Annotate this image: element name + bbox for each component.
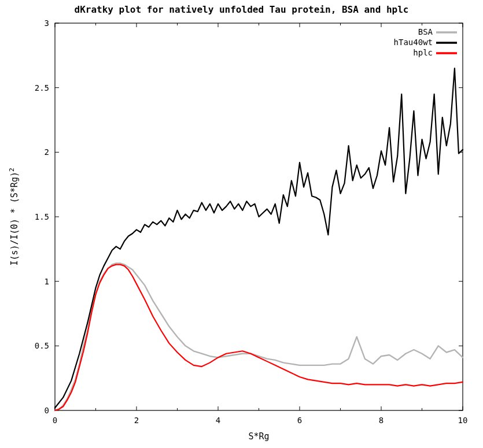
kratky-chart: dKratky plot for natively unfolded Tau p… — [0, 0, 483, 448]
x-tick-label: 4 — [216, 416, 220, 425]
legend-label: hplc — [413, 48, 433, 57]
chart-title: dKratky plot for natively unfolded Tau p… — [75, 4, 409, 15]
x-tick-label: 8 — [379, 416, 384, 425]
y-axis-label: I(s)/I(0) * (S*Rg)2 — [8, 168, 20, 265]
y-tick-label: 3 — [45, 18, 49, 28]
chart-canvas: dKratky plot for natively unfolded Tau p… — [0, 0, 483, 448]
y-tick-label: 0 — [45, 406, 49, 415]
x-tick-label: 6 — [297, 416, 302, 425]
y-tick-label: 0.5 — [35, 341, 49, 350]
x-tick-label: 2 — [134, 416, 139, 425]
legend-label: hTau40wt — [394, 38, 433, 47]
y-tick-label: 2 — [45, 147, 49, 157]
x-tick-label: 10 — [458, 416, 468, 425]
legend-label: BSA — [418, 27, 433, 36]
x-tick-label: 0 — [53, 416, 57, 425]
y-tick-label: 1 — [45, 277, 49, 286]
series-hplc — [55, 265, 463, 410]
series-bsa — [55, 263, 463, 410]
x-axis-label: S*Rg — [248, 431, 269, 442]
y-tick-label: 2.5 — [35, 83, 49, 92]
y-tick-label: 1.5 — [35, 212, 49, 221]
